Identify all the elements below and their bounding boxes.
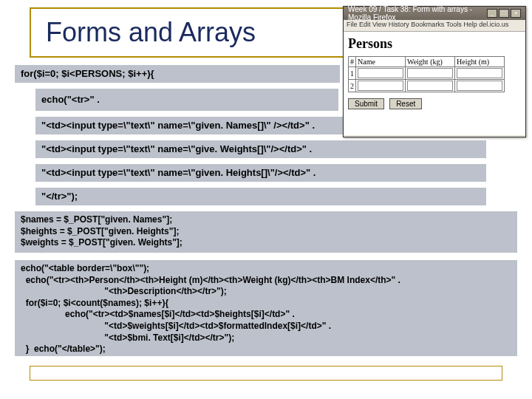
height-input[interactable] <box>457 81 502 91</box>
browser-titlebar: Week 09 / Task 38: Form with arrays - Mo… <box>344 7 525 20</box>
row-index: 2 <box>349 80 356 92</box>
table-row: 1 <box>349 67 505 80</box>
weight-input[interactable] <box>407 81 453 91</box>
code-output-table: echo("<table border=\"box\""); echo("<tr… <box>15 260 517 356</box>
th-height: Height (m) <box>455 57 505 67</box>
row-index: 1 <box>349 67 356 80</box>
slide-title: Forms and Arrays <box>46 17 256 48</box>
window-buttons: _ □ × <box>487 9 521 18</box>
code-echo-tr: echo("<tr>" . <box>35 89 338 111</box>
reset-button[interactable]: Reset <box>389 98 422 109</box>
page-heading: Persons <box>348 36 521 52</box>
code-for-loop: for($i=0; $i<PERSONS; $i++){ <box>15 65 340 83</box>
browser-viewport: Persons # Name Weight (kg) Height (m) 1 … <box>344 32 525 135</box>
table-header-row: # Name Weight (kg) Height (m) <box>349 57 505 67</box>
code-post-vars: $names = $_POST["given. Names"]; $height… <box>15 211 517 253</box>
close-icon[interactable]: × <box>511 9 521 18</box>
browser-title-text: Week 09 / Task 38: Form with arrays - Mo… <box>348 5 487 21</box>
table-row: 2 <box>349 80 505 92</box>
slide: Forms and Arrays for($i=0; $i<PERSONS; $… <box>0 0 532 399</box>
code-echo-close: "</tr>"); <box>35 188 486 205</box>
code-echo-weights: "<td><input type=\"text\" name=\"give. W… <box>35 140 486 158</box>
name-input[interactable] <box>358 68 403 78</box>
code-echo-heights: "<td><input type=\"text\" name=\"given. … <box>35 164 486 182</box>
submit-button[interactable]: Submit <box>348 98 384 109</box>
maximize-icon[interactable]: □ <box>499 9 509 18</box>
weight-input[interactable] <box>407 68 453 78</box>
persons-table: # Name Weight (kg) Height (m) 1 2 <box>348 56 505 92</box>
minimize-icon[interactable]: _ <box>487 9 497 18</box>
browser-menubar[interactable]: File Edit View History Bookmarks Tools H… <box>344 20 525 32</box>
height-input[interactable] <box>457 68 502 78</box>
name-input[interactable] <box>358 81 403 91</box>
browser-window: Week 09 / Task 38: Form with arrays - Mo… <box>343 6 526 137</box>
th-index: # <box>349 57 356 67</box>
footer-rule <box>30 366 502 381</box>
th-name: Name <box>356 57 406 67</box>
th-weight: Weight (kg) <box>406 57 455 67</box>
